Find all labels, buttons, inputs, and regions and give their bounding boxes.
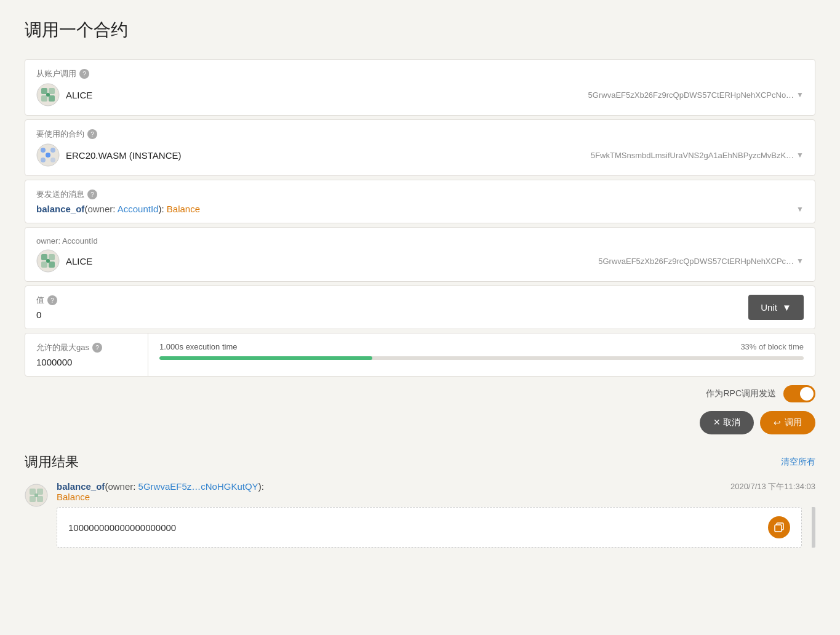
- invoke-button[interactable]: ↩ 调用: [760, 411, 815, 434]
- svg-rect-1: [41, 88, 47, 94]
- owner-param-info: ALICE: [36, 249, 92, 273]
- result-sidebar-strip: [812, 507, 815, 548]
- result-fn-name: balance_of: [57, 481, 105, 492]
- svg-point-9: [41, 158, 46, 162]
- svg-rect-13: [41, 254, 47, 260]
- svg-point-11: [46, 153, 50, 158]
- message-card[interactable]: 要发送的消息 ? balance_of(owner: AccountId): B…: [25, 180, 815, 223]
- results-title: 调用结果: [25, 453, 79, 471]
- from-account-help-icon[interactable]: ?: [79, 69, 89, 79]
- gas-help-icon[interactable]: ?: [92, 343, 102, 353]
- from-account-label: 从账户调用 ?: [36, 68, 804, 79]
- rpc-label: 作为RPC调用发送: [706, 388, 776, 399]
- rpc-toggle-row: 作为RPC调用发送: [25, 385, 815, 402]
- contract-card: 要使用的合约 ? ERC20.WASM (INSTANCE) 5FwkTMSns…: [25, 119, 815, 176]
- svg-rect-3: [41, 95, 47, 102]
- contract-avatar-icon: [36, 143, 60, 167]
- value-right: Unit ▼: [748, 295, 804, 320]
- progress-bar-bg: [159, 356, 804, 360]
- svg-rect-22: [37, 496, 43, 502]
- from-account-name: ALICE: [66, 90, 92, 100]
- svg-rect-2: [49, 88, 55, 94]
- result-param-label: owner: [108, 481, 133, 492]
- from-account-card: 从账户调用 ? ALICE 5GrwvaEF5zXb26Fz9rcQpDWS57…: [25, 59, 815, 116]
- message-label: 要发送的消息 ?: [36, 189, 804, 200]
- contract-row: ERC20.WASM (INSTANCE) 5FwkTMSnsmbdLmsifU…: [36, 143, 804, 167]
- result-header-row: balance_of(owner: 5GrwvaEF5z…cNoHGKutQY)…: [57, 481, 815, 502]
- copy-button[interactable]: [768, 516, 790, 538]
- owner-param-name: ALICE: [66, 256, 92, 266]
- result-call-text: balance_of(owner: 5GrwvaEF5z…cNoHGKutQY)…: [57, 481, 264, 502]
- contract-address[interactable]: 5FwkTMSnsmbdLmsifUraVNS2gA1aEhNBPyzcMvBz…: [591, 151, 804, 160]
- value-card: 值 ? 0 Unit ▼: [25, 286, 815, 329]
- action-row: ✕ 取消 ↩ 调用: [25, 411, 815, 434]
- svg-rect-20: [37, 489, 43, 495]
- cancel-button[interactable]: ✕ 取消: [700, 411, 754, 434]
- clear-all-button[interactable]: 清空所有: [781, 457, 815, 468]
- exec-time-header: 1.000s execution time 33% of block time: [159, 342, 804, 351]
- contract-help-icon[interactable]: ?: [87, 129, 97, 139]
- unit-button[interactable]: Unit ▼: [748, 295, 804, 320]
- rpc-toggle[interactable]: [783, 385, 815, 402]
- from-account-dropdown-icon: ▼: [796, 90, 804, 99]
- owner-param-label: owner: AccountId: [36, 236, 804, 246]
- result-value: 100000000000000000000: [68, 522, 176, 533]
- value-help-icon[interactable]: ?: [47, 295, 57, 305]
- exec-time-label: 1.000s execution time: [159, 342, 237, 351]
- result-return-type: Balance: [57, 492, 90, 502]
- block-pct-label: 33% of block time: [740, 342, 804, 351]
- message-param-label: owner: [87, 204, 113, 214]
- contract-dropdown-icon: ▼: [796, 151, 804, 159]
- result-avatar-icon: [25, 484, 48, 507]
- svg-rect-14: [49, 254, 55, 260]
- gas-amount: 1000000: [36, 357, 137, 367]
- result-param-value: 5GrwvaEF5z…cNoHGKutQY: [138, 481, 258, 492]
- contract-name: ERC20.WASM (INSTANCE): [66, 150, 182, 161]
- message-help-icon[interactable]: ?: [87, 190, 97, 199]
- message-fn-name: balance_of: [36, 204, 84, 214]
- gas-left: 允许的最大gas ? 1000000: [25, 333, 148, 376]
- result-content: balance_of(owner: 5GrwvaEF5z…cNoHGKutQY)…: [57, 481, 815, 548]
- svg-point-10: [50, 158, 55, 162]
- results-header: 调用结果 清空所有: [25, 453, 815, 471]
- owner-param-address[interactable]: 5GrwvaEF5zXb26Fz9rcQpDWS57CtERHpNehXCPc……: [598, 257, 804, 266]
- svg-rect-19: [30, 489, 36, 495]
- svg-point-23: [34, 493, 38, 497]
- contract-info: ERC20.WASM (INSTANCE): [36, 143, 182, 167]
- svg-rect-21: [30, 496, 36, 502]
- value-left: 值 ? 0: [36, 295, 748, 320]
- value-label: 值 ?: [36, 295, 748, 306]
- value-amount: 0: [36, 310, 748, 320]
- svg-rect-4: [49, 95, 55, 102]
- svg-rect-24: [775, 525, 782, 532]
- message-text: balance_of(owner: AccountId): Balance: [36, 204, 200, 214]
- progress-bar-fill: [159, 356, 372, 360]
- from-account-address[interactable]: 5GrwvaEF5zXb26Fz9rcQpDWS57CtERHpNehXCPcN…: [588, 90, 804, 100]
- owner-dropdown-icon: ▼: [796, 257, 804, 265]
- svg-rect-16: [49, 262, 55, 268]
- owner-param-card: owner: AccountId ALICE 5GrwvaEF5zXb26Fz9…: [25, 227, 815, 282]
- contract-label: 要使用的合约 ?: [36, 129, 804, 140]
- result-timestamp: 2020/7/13 下午11:34:03: [730, 481, 815, 492]
- gas-card: 允许的最大gas ? 1000000 1.000s execution time…: [25, 333, 815, 377]
- svg-point-5: [46, 93, 50, 97]
- copy-icon: [774, 522, 785, 533]
- message-return-type: Balance: [167, 204, 200, 214]
- gas-label: 允许的最大gas ?: [36, 342, 137, 353]
- svg-point-17: [46, 259, 50, 263]
- unit-dropdown-icon: ▼: [782, 302, 791, 313]
- page-title: 调用一个合约: [25, 18, 815, 42]
- svg-rect-15: [41, 262, 47, 268]
- from-account-row: ALICE 5GrwvaEF5zXb26Fz9rcQpDWS57CtERHpNe…: [36, 83, 804, 106]
- svg-point-8: [50, 148, 55, 153]
- owner-avatar-icon: [36, 249, 60, 273]
- result-value-box: 100000000000000000000: [57, 507, 802, 548]
- from-account-info: ALICE: [36, 83, 92, 106]
- toggle-thumb: [800, 387, 814, 401]
- message-selector[interactable]: balance_of(owner: AccountId): Balance ▼: [36, 204, 804, 214]
- gas-right: 1.000s execution time 33% of block time: [148, 333, 815, 376]
- owner-param-row: ALICE 5GrwvaEF5zXb26Fz9rcQpDWS57CtERHpNe…: [36, 249, 804, 273]
- alice-avatar-icon: [36, 83, 60, 106]
- message-param-type: AccountId: [118, 204, 159, 214]
- svg-point-7: [41, 148, 46, 153]
